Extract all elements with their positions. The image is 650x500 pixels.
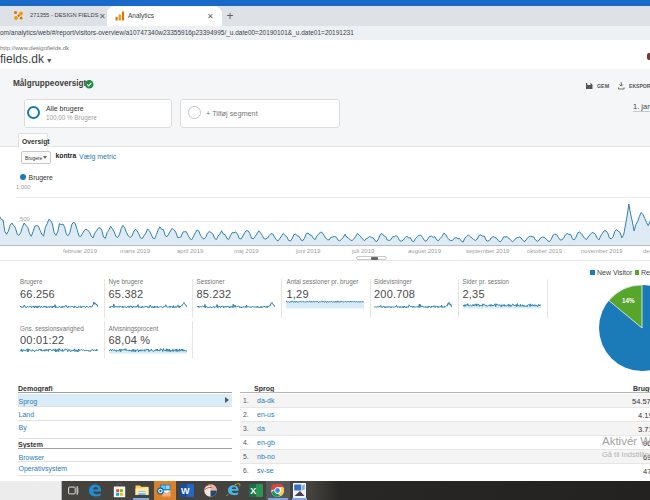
svg-text:X: X — [250, 486, 256, 496]
svg-text:W: W — [181, 486, 190, 496]
svg-text:14%: 14% — [622, 297, 635, 304]
